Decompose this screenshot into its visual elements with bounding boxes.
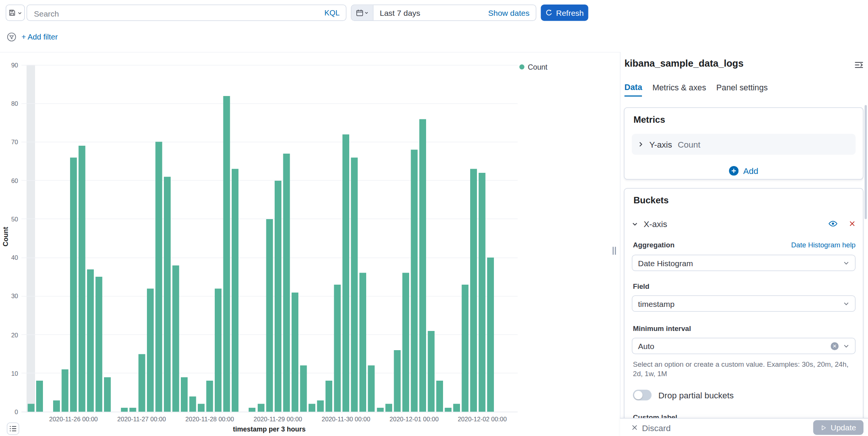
bar[interactable]	[394, 350, 400, 412]
metric-y-axis-row[interactable]: Y-axis Count	[632, 134, 856, 155]
clear-value-button[interactable]: ✕	[831, 342, 839, 350]
bar[interactable]	[292, 292, 298, 412]
bucket-x-axis-row[interactable]: X-axis	[632, 215, 856, 232]
calendar-icon	[356, 9, 364, 17]
x-tick-label: 2020-11-30 00:00	[315, 416, 377, 422]
minimum-interval-combobox[interactable]: Auto ✕	[632, 338, 856, 354]
drop-partial-buckets-toggle[interactable]	[633, 390, 652, 401]
bar[interactable]	[334, 285, 341, 412]
bar[interactable]	[470, 169, 477, 412]
bar[interactable]	[121, 408, 128, 412]
toggle-visibility-button[interactable]	[828, 219, 837, 228]
bar[interactable]	[436, 381, 443, 412]
bar[interactable]	[104, 377, 111, 412]
bar[interactable]	[462, 285, 469, 412]
add-metric-label: Add	[743, 166, 758, 175]
bar[interactable]	[232, 169, 238, 412]
bar[interactable]	[300, 366, 307, 412]
bar[interactable]	[70, 157, 77, 412]
chevron-right-icon	[637, 141, 644, 148]
bar[interactable]	[360, 273, 367, 412]
legend-item-count[interactable]: Count	[520, 63, 548, 72]
bar[interactable]	[275, 180, 281, 412]
refresh-icon	[545, 9, 553, 17]
bar[interactable]	[181, 377, 188, 412]
panel-resize-handle[interactable]	[613, 247, 616, 255]
bar[interactable]	[53, 400, 60, 412]
refresh-label: Refresh	[556, 8, 584, 17]
bar[interactable]	[479, 173, 486, 412]
date-histogram-help-link[interactable]: Date Histogram help	[735, 241, 856, 249]
bar[interactable]	[36, 381, 43, 412]
refresh-button[interactable]: Refresh	[541, 5, 588, 21]
date-picker: Last 7 days Show dates	[351, 5, 536, 21]
kql-language-button[interactable]: KQL	[324, 9, 340, 17]
saved-query-menu-button[interactable]	[6, 5, 25, 21]
bar[interactable]	[342, 134, 349, 412]
y-axis-title: Count	[2, 220, 10, 254]
bar[interactable]	[309, 404, 315, 412]
bar[interactable]	[326, 381, 332, 412]
add-metric-button[interactable]: Add	[632, 163, 856, 178]
search-input[interactable]	[33, 5, 318, 22]
field-select[interactable]: timestamp	[632, 296, 856, 312]
filter-menu-button[interactable]	[7, 32, 17, 42]
bar[interactable]	[172, 265, 179, 412]
bar[interactable]	[130, 408, 136, 412]
panel-scrollbar[interactable]	[865, 105, 867, 219]
bar[interactable]	[445, 408, 452, 412]
bar[interactable]	[249, 408, 256, 412]
field-value: timestamp	[638, 299, 675, 308]
bar[interactable]	[402, 273, 409, 412]
show-dates-link[interactable]: Show dates	[488, 9, 530, 18]
bar[interactable]	[189, 396, 196, 412]
bar[interactable]	[266, 219, 273, 412]
bar[interactable]	[385, 404, 392, 412]
editor-tabs: Data Metrics & axes Panel settings	[625, 82, 768, 97]
bar[interactable]	[215, 288, 222, 412]
remove-bucket-button[interactable]	[849, 220, 856, 227]
x-tick-label: 2020-11-26 00:00	[43, 416, 105, 422]
bar[interactable]	[317, 400, 324, 412]
bar[interactable]	[351, 157, 358, 412]
y-tick-label: 10	[0, 370, 18, 377]
bar[interactable]	[283, 154, 290, 412]
saved-query-icon	[9, 9, 16, 17]
bar[interactable]	[28, 404, 34, 412]
quick-select-date-button[interactable]	[351, 5, 374, 21]
bar[interactable]	[87, 269, 94, 412]
aggregation-select[interactable]: Date Histogram	[632, 255, 856, 271]
bar[interactable]	[198, 404, 205, 412]
discard-button[interactable]: Discard	[631, 419, 671, 436]
bar[interactable]	[164, 177, 171, 412]
bar[interactable]	[206, 381, 213, 412]
collapse-panel-button[interactable]	[854, 61, 863, 70]
bar[interactable]	[368, 366, 375, 412]
legend-toggle-button[interactable]	[7, 422, 19, 435]
metrics-heading: Metrics	[634, 115, 665, 125]
bar[interactable]	[223, 96, 230, 412]
tab-data[interactable]: Data	[625, 82, 642, 97]
aggregation-label: Aggregation	[633, 241, 674, 249]
bar[interactable]	[155, 142, 162, 412]
add-filter-link[interactable]: + Add filter	[21, 33, 58, 41]
bar[interactable]	[138, 354, 145, 412]
bar[interactable]	[487, 258, 494, 412]
tab-panel-settings[interactable]: Panel settings	[716, 83, 768, 96]
time-range-value[interactable]: Last 7 days	[380, 9, 420, 18]
query-bar: KQL Last 7 days Show dates Refresh	[0, 0, 868, 53]
bar[interactable]	[96, 277, 102, 412]
metric-row-value: Count	[678, 140, 700, 149]
bar[interactable]	[377, 408, 384, 412]
y-tick-label: 20	[0, 331, 18, 338]
bar[interactable]	[428, 331, 434, 412]
bar[interactable]	[411, 150, 417, 412]
bar[interactable]	[147, 288, 153, 412]
bar[interactable]	[79, 146, 86, 412]
bar[interactable]	[257, 404, 264, 412]
tab-metrics-axes[interactable]: Metrics & axes	[653, 83, 706, 96]
bar[interactable]	[61, 369, 68, 412]
update-button[interactable]: Update	[813, 420, 863, 435]
bar[interactable]	[419, 119, 426, 412]
bar[interactable]	[453, 404, 460, 412]
